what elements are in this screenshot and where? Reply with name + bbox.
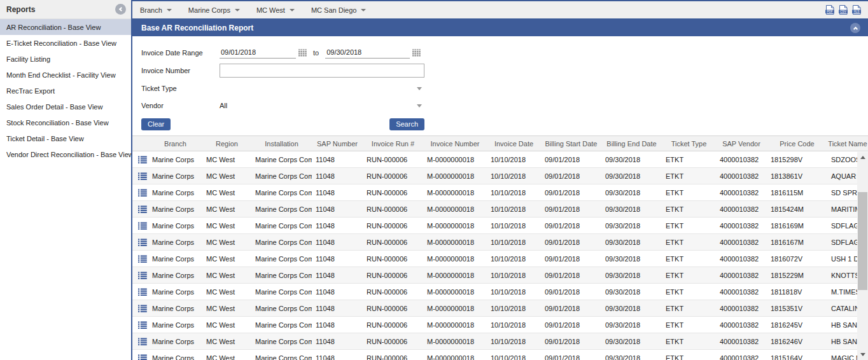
context-filter-dropdown[interactable]: MC San Diego <box>311 6 367 14</box>
cell-invoice-number: M-0000000018 <box>423 189 487 197</box>
cell-installation: Marine Corps Com... <box>251 189 312 197</box>
row-detail-button[interactable] <box>132 354 148 360</box>
table-column-header[interactable]: Branch <box>148 140 202 148</box>
sidebar-item[interactable]: RecTrac Export <box>0 83 131 99</box>
table-row[interactable]: Marine Corps MC West Marine Corps Com...… <box>132 350 857 360</box>
table-column-header[interactable]: Ticket Type <box>662 140 716 148</box>
table-column-header[interactable]: SAP Number <box>312 140 363 148</box>
table-row[interactable]: Marine Corps MC West Marine Corps Com...… <box>132 151 857 168</box>
chevron-down-icon <box>417 104 422 107</box>
sidebar-item[interactable]: AR Reconciliation - Base View <box>0 19 131 35</box>
table-column-header[interactable]: Region <box>202 140 251 148</box>
table-column-header[interactable]: Invoice Date <box>487 140 541 148</box>
context-filter-dropdown[interactable]: MC West <box>256 6 295 14</box>
table-column-header[interactable]: Invoice Run # <box>363 140 423 148</box>
table-column-header[interactable]: Billing End Date <box>601 140 662 148</box>
export-xls-button[interactable]: XLS <box>851 4 862 15</box>
row-detail-button[interactable] <box>132 272 148 279</box>
main-panel: Branch Marine Corps MC West MC San Diego <box>131 0 868 360</box>
table-row[interactable]: Marine Corps MC West Marine Corps Com...… <box>132 333 857 350</box>
cell-branch: Marine Corps <box>148 288 202 296</box>
sidebar-item[interactable]: Facility Listing <box>0 51 131 67</box>
calendar-icon[interactable] <box>412 49 421 57</box>
export-pdf-button[interactable]: PDF <box>825 4 835 15</box>
row-detail-button[interactable] <box>132 338 148 345</box>
cell-invoice-number: M-0000000018 <box>423 321 487 329</box>
row-detail-button[interactable] <box>132 305 148 312</box>
search-button[interactable]: Search <box>389 118 424 130</box>
row-detail-button[interactable] <box>132 172 148 180</box>
sidebar-item[interactable]: Month End Checklist - Facility View <box>0 67 131 83</box>
date-to-input[interactable]: 09/30/2018 <box>325 47 410 59</box>
cell-invoice-number: M-0000000018 <box>423 255 487 263</box>
sidebar-item[interactable]: Stock Reconciliation - Base View <box>0 114 131 130</box>
table-column-header[interactable]: Billing Start Date <box>541 140 601 148</box>
list-detail-icon <box>138 156 147 163</box>
context-filter-dropdown[interactable]: Marine Corps <box>188 6 240 14</box>
cell-price-code: 1815351V <box>767 305 827 312</box>
cell-sap-number: 11048 <box>312 321 363 329</box>
export-csv-button[interactable]: CSV <box>838 4 848 15</box>
cell-sap-number: 11048 <box>312 288 363 296</box>
sidebar-item[interactable]: Ticket Detail - Base View <box>0 130 131 146</box>
cell-installation: Marine Corps Com... <box>251 172 312 180</box>
date-from-input[interactable]: 09/01/2018 <box>220 47 296 59</box>
table-row[interactable]: Marine Corps MC West Marine Corps Com...… <box>132 201 857 218</box>
svg-text:PDF: PDF <box>827 10 832 13</box>
calendar-icon[interactable] <box>298 49 307 57</box>
cell-billing-end: 09/30/2018 <box>601 222 662 230</box>
table-row[interactable]: Marine Corps MC West Marine Corps Com...… <box>132 267 857 284</box>
table-row[interactable]: Marine Corps MC West Marine Corps Com...… <box>132 184 857 201</box>
row-detail-button[interactable] <box>132 205 148 213</box>
table-column-header[interactable]: Price Code <box>767 140 827 148</box>
table-row[interactable]: Marine Corps MC West Marine Corps Com...… <box>132 284 857 300</box>
sidebar-item[interactable]: E-Ticket Reconciliation - Base View <box>0 35 131 51</box>
sidebar-item[interactable]: Vendor Direct Reconciliation - Base View <box>0 146 131 162</box>
table-row[interactable]: Marine Corps MC West Marine Corps Com...… <box>132 234 857 251</box>
table-column-header[interactable]: Invoice Number <box>423 140 487 148</box>
table-row[interactable]: Marine Corps MC West Marine Corps Com...… <box>132 168 857 184</box>
vendor-select[interactable]: All <box>220 102 424 109</box>
cell-installation: Marine Corps Com... <box>251 288 312 296</box>
cell-billing-end: 09/30/2018 <box>601 272 662 279</box>
scroll-down-button[interactable] <box>857 349 868 360</box>
page-title: Base AR Reconciliation Report <box>141 24 253 32</box>
row-detail-button[interactable] <box>132 255 148 263</box>
clear-button[interactable]: Clear <box>141 118 171 130</box>
list-detail-icon <box>138 239 147 246</box>
row-detail-button[interactable] <box>132 222 148 230</box>
table-row[interactable]: Marine Corps MC West Marine Corps Com...… <box>132 317 857 333</box>
panel-collapse-button[interactable] <box>850 23 860 33</box>
context-filter-dropdown[interactable]: Branch <box>140 6 172 14</box>
sidebar-item-label: Facility Listing <box>6 55 50 63</box>
cell-invoice-number: M-0000000018 <box>423 222 487 230</box>
table-column-header[interactable]: Installation <box>251 140 312 148</box>
cell-sap-number: 11048 <box>312 172 363 180</box>
cell-branch: Marine Corps <box>148 305 202 312</box>
invoice-number-field <box>220 64 424 78</box>
sidebar-collapse-button[interactable] <box>115 4 126 15</box>
table-row[interactable]: Marine Corps MC West Marine Corps Com...… <box>132 218 857 234</box>
table-column-header[interactable]: Ticket Name <box>827 140 868 148</box>
table-row[interactable]: Marine Corps MC West Marine Corps Com...… <box>132 300 857 317</box>
sidebar-item-label: Stock Reconciliation - Base View <box>6 119 109 127</box>
sidebar-item[interactable]: Sales Order Detail - Base View <box>0 99 131 114</box>
vendor-value: All <box>220 102 227 109</box>
row-detail-button[interactable] <box>132 239 148 246</box>
cell-ticket-name: MAGIC MT <box>827 354 857 360</box>
invoice-number-input[interactable] <box>220 64 424 78</box>
scrollbar-thumb[interactable] <box>858 192 867 290</box>
cell-ticket-name: CATALINA <box>827 305 857 312</box>
cell-price-code: 1815424M <box>767 205 827 213</box>
table-row[interactable]: Marine Corps MC West Marine Corps Com...… <box>132 251 857 267</box>
cell-sap-number: 11048 <box>312 272 363 279</box>
scroll-up-button[interactable] <box>857 152 868 163</box>
row-detail-button[interactable] <box>132 321 148 329</box>
row-detail-button[interactable] <box>132 189 148 197</box>
row-detail-button[interactable] <box>132 288 148 296</box>
vertical-scrollbar[interactable] <box>857 152 868 360</box>
chevron-up-icon <box>853 27 857 31</box>
table-column-header[interactable]: SAP Vendor <box>716 140 767 148</box>
cell-ticket-type: ETKT <box>662 272 716 279</box>
row-detail-button[interactable] <box>132 156 148 163</box>
